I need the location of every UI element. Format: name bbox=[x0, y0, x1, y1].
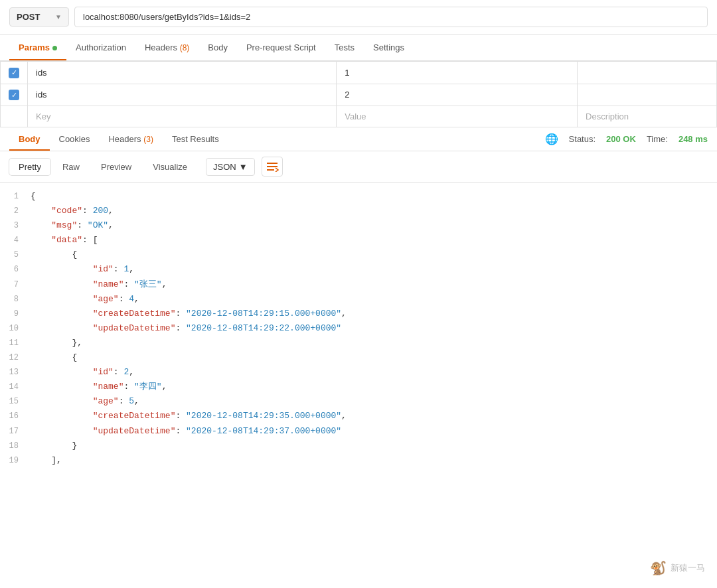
json-line-4: 4 "data": [ bbox=[0, 233, 717, 248]
json-line-17: 17 "updateDatetime": "2020-12-08T14:29:3… bbox=[0, 424, 717, 439]
tab-prerequest[interactable]: Pre-request Script bbox=[237, 35, 325, 60]
tab-headers[interactable]: Headers (8) bbox=[135, 35, 199, 60]
empty-description[interactable]: Description bbox=[578, 106, 717, 127]
tab-body[interactable]: Body bbox=[199, 35, 237, 60]
row1-description[interactable] bbox=[578, 62, 717, 84]
time-label: Time: bbox=[647, 134, 668, 144]
row1-key[interactable]: ids bbox=[28, 62, 337, 84]
url-input[interactable] bbox=[74, 7, 708, 27]
response-tab-test-results[interactable]: Test Results bbox=[163, 127, 228, 151]
params-table: ✓ ids 1 ✓ ids 2 Key Value Description bbox=[0, 61, 717, 127]
row2-checkbox[interactable]: ✓ bbox=[9, 90, 19, 100]
empty-key[interactable]: Key bbox=[28, 106, 337, 127]
url-bar: POST ▼ bbox=[0, 0, 717, 35]
params-dot bbox=[52, 46, 57, 50]
pretty-button[interactable]: Pretty bbox=[9, 159, 50, 175]
json-line-1: 1 { bbox=[0, 189, 717, 204]
json-line-19: 19 ], bbox=[0, 453, 717, 468]
format-select[interactable]: JSON ▼ bbox=[206, 158, 255, 176]
json-line-5: 5 { bbox=[0, 248, 717, 262]
json-line-12: 12 { bbox=[0, 350, 717, 365]
viewer-toolbar: Pretty Raw Preview Visualize JSON ▼ bbox=[0, 151, 717, 183]
row2-value[interactable]: 2 bbox=[337, 84, 578, 106]
json-line-9: 9 "createDatetime": "2020-12-08T14:29:15… bbox=[0, 307, 717, 321]
empty-checkbox-cell bbox=[1, 106, 28, 127]
format-label: JSON bbox=[213, 162, 236, 172]
tab-tests[interactable]: Tests bbox=[325, 35, 364, 60]
time-value: 248 ms bbox=[678, 134, 708, 144]
row1-checkbox-cell[interactable]: ✓ bbox=[1, 62, 28, 84]
row2-description[interactable] bbox=[578, 84, 717, 106]
method-select[interactable]: POST ▼ bbox=[9, 7, 69, 27]
table-row-empty: Key Value Description bbox=[1, 106, 717, 127]
status-label: Status: bbox=[569, 134, 596, 144]
tab-authorization[interactable]: Authorization bbox=[66, 35, 135, 60]
tab-settings[interactable]: Settings bbox=[364, 35, 414, 60]
row1-value[interactable]: 1 bbox=[337, 62, 578, 84]
method-chevron: ▼ bbox=[55, 13, 62, 21]
table-row: ✓ ids 1 bbox=[1, 62, 717, 84]
tab-params[interactable]: Params bbox=[9, 35, 66, 60]
json-line-10: 10 "updateDatetime": "2020-12-08T14:29:2… bbox=[0, 321, 717, 336]
empty-value[interactable]: Value bbox=[337, 106, 578, 127]
method-label: POST bbox=[17, 12, 40, 22]
json-line-2: 2 "code": 200, bbox=[0, 204, 717, 218]
preview-button[interactable]: Preview bbox=[92, 159, 141, 175]
response-tab-headers[interactable]: Headers (3) bbox=[99, 127, 162, 151]
json-line-6: 6 "id": 1, bbox=[0, 262, 717, 277]
wrap-button[interactable] bbox=[262, 157, 283, 177]
json-line-14: 14 "name": "李四", bbox=[0, 380, 717, 394]
raw-button[interactable]: Raw bbox=[53, 159, 89, 175]
json-line-13: 13 "id": 2, bbox=[0, 365, 717, 380]
json-line-16: 16 "createDatetime": "2020-12-08T14:29:3… bbox=[0, 409, 717, 423]
format-chevron: ▼ bbox=[239, 162, 248, 172]
response-tab-cookies[interactable]: Cookies bbox=[50, 127, 100, 151]
row2-checkbox-cell[interactable]: ✓ bbox=[1, 84, 28, 106]
json-line-11: 11 }, bbox=[0, 336, 717, 350]
visualize-button[interactable]: Visualize bbox=[143, 159, 197, 175]
row2-key[interactable]: ids bbox=[28, 84, 337, 106]
json-line-7: 7 "name": "张三", bbox=[0, 277, 717, 292]
row1-checkbox[interactable]: ✓ bbox=[9, 68, 19, 78]
request-tabs: Params Authorization Headers (8) Body Pr… bbox=[0, 35, 717, 61]
json-line-18: 18 } bbox=[0, 439, 717, 453]
response-tab-body[interactable]: Body bbox=[9, 127, 50, 151]
response-status: 🌐 Status: 200 OK Time: 248 ms bbox=[545, 133, 708, 145]
json-viewer: 1 { 2 "code": 200, 3 "msg": "OK", 4 "dat… bbox=[0, 183, 717, 475]
json-line-15: 15 "age": 5, bbox=[0, 394, 717, 409]
globe-icon[interactable]: 🌐 bbox=[545, 133, 558, 145]
response-tabs: Body Cookies Headers (3) Test Results 🌐 … bbox=[0, 127, 717, 151]
json-line-8: 8 "age": 4, bbox=[0, 292, 717, 307]
table-row: ✓ ids 2 bbox=[1, 84, 717, 106]
json-line-3: 3 "msg": "OK", bbox=[0, 218, 717, 233]
status-value: 200 OK bbox=[606, 134, 636, 144]
